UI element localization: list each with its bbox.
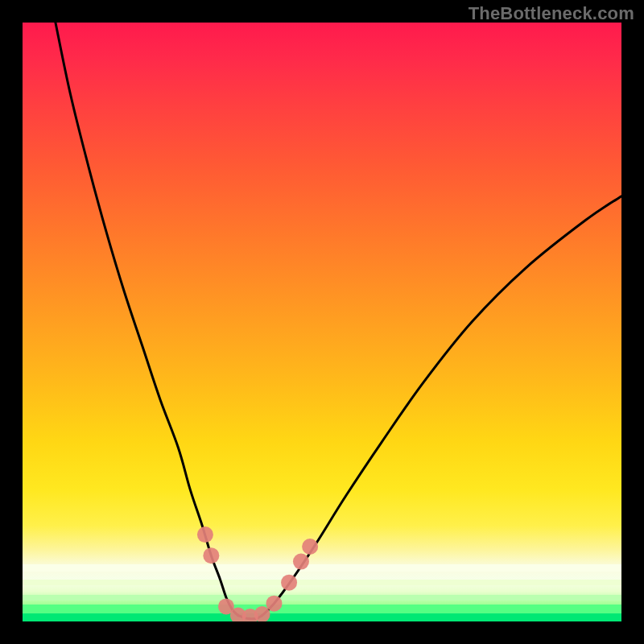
chart-frame: TheBottleneck.com <box>0 0 644 644</box>
curve-layer <box>23 23 621 621</box>
marker-left-1 <box>197 526 213 543</box>
plot-area <box>23 23 621 621</box>
marker-group <box>197 526 318 621</box>
curve-left-branch <box>56 23 238 616</box>
marker-right-3 <box>302 539 318 555</box>
watermark-text: TheBottleneck.com <box>469 3 634 24</box>
curve-right-branch <box>262 196 621 616</box>
marker-right-2 <box>293 554 309 570</box>
marker-valley-5 <box>266 596 282 612</box>
marker-left-2 <box>203 547 219 564</box>
marker-right-1 <box>281 575 297 591</box>
curve-paths <box>56 23 621 619</box>
marker-valley-4 <box>254 606 270 621</box>
